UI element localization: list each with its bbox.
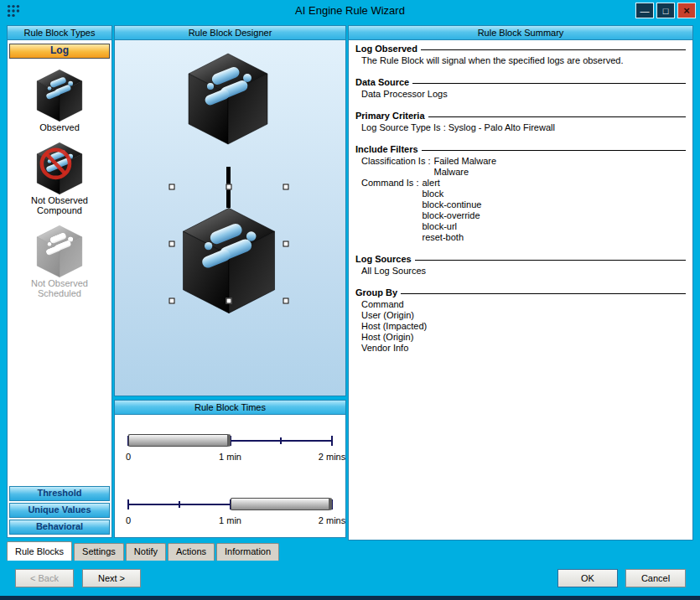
filter-value: block-url	[422, 221, 481, 232]
filter-value: reset-both	[422, 232, 481, 243]
tick-label: 2 mins	[319, 452, 345, 462]
time-slider-1: 0 1 min 2 mins	[128, 428, 332, 465]
summary-section-data-source: Data Source Data Processor Logs	[355, 77, 686, 100]
rule-block-summary-panel: Rule Block Summary Log Observed The Rule…	[348, 25, 693, 541]
section-title: Log Sources	[355, 254, 412, 264]
not-observed-compound-icon	[35, 142, 84, 195]
window-bottom-edge	[0, 596, 700, 600]
tick-mark	[127, 499, 129, 509]
group-by-value: Host (Origin)	[355, 332, 686, 343]
tab-settings[interactable]: Settings	[74, 543, 124, 561]
summary-section-log-sources: Log Sources All Log Sources	[355, 254, 686, 277]
rule-block-types-header: Rule Block Types	[8, 26, 111, 40]
slider-range-bar[interactable]	[231, 498, 333, 510]
tab-information[interactable]: Information	[216, 543, 279, 561]
selection-handle[interactable]	[169, 241, 175, 247]
ok-button[interactable]: OK	[557, 569, 618, 587]
tick-mark	[179, 501, 180, 508]
section-text: Data Processor Logs	[355, 89, 686, 100]
rule-block-times-header: Rule Block Times	[115, 401, 345, 415]
summary-section-group-by: Group By Command User (Origin) Host (Imp…	[355, 287, 686, 354]
tick-mark	[280, 437, 282, 444]
rule-type-label: Scheduled	[8, 288, 111, 298]
tab-actions[interactable]: Actions	[168, 543, 215, 561]
next-button[interactable]: Next >	[82, 569, 141, 587]
filter-value: block	[422, 189, 481, 199]
rule-type-label: Not Observed	[8, 195, 111, 205]
rule-block-times-panel: Rule Block Times 0 1 min 2 mins 0 1 min …	[114, 400, 346, 538]
observed-cube-icon	[35, 69, 84, 122]
section-title: Primary Criteria	[355, 111, 425, 121]
selection-handle[interactable]	[226, 298, 232, 304]
filter-value: block-continue	[422, 199, 481, 210]
rule-type-not-observed-scheduled[interactable]: Not Observed Scheduled	[8, 225, 111, 298]
designer-canvas[interactable]	[115, 40, 345, 396]
selection-handle[interactable]	[283, 241, 289, 247]
summary-section-primary-criteria: Primary Criteria Log Source Type Is : Sy…	[355, 111, 686, 133]
summary-section-include-filters: Include Filters Classification Is : Fail…	[355, 144, 686, 243]
filter-value: block-override	[422, 210, 481, 221]
tick-label: 1 min	[219, 515, 241, 525]
rule-block-types-panel: Rule Block Types Log Observed Not Observ…	[7, 25, 112, 538]
section-divider	[421, 49, 686, 50]
ai-engine-rule-wizard-window: AI Engine Rule Wizard — □ × Rule Block T…	[0, 0, 700, 600]
section-divider	[422, 150, 686, 151]
rule-type-label: Observed	[8, 122, 111, 132]
tick-label: 1 min	[219, 452, 241, 462]
filter-value: Malware	[434, 167, 497, 178]
section-text: The Rule Block will signal when the spec…	[355, 55, 686, 66]
rule-type-observed[interactable]: Observed	[8, 69, 111, 132]
time-slider-2: 0 1 min 2 mins	[128, 492, 332, 529]
group-by-value: Command	[355, 299, 686, 310]
rule-block-designer-panel: Rule Block Designer	[114, 25, 346, 396]
cancel-button[interactable]: Cancel	[625, 569, 686, 587]
unique-values-button[interactable]: Unique Values	[9, 503, 110, 518]
tick-label: 2 mins	[319, 515, 345, 525]
selection-handle[interactable]	[226, 184, 232, 190]
back-button[interactable]: < Back	[15, 569, 74, 587]
rule-type-label: Compound	[8, 205, 111, 215]
tab-bar: Rule Blocks Settings Notify Actions Info…	[7, 541, 281, 561]
filter-value: alert	[422, 178, 481, 189]
section-title: Log Observed	[355, 44, 417, 54]
tab-notify[interactable]: Notify	[126, 543, 166, 561]
section-divider	[412, 83, 686, 84]
group-by-value: Vendor Info	[355, 343, 686, 354]
log-type-button[interactable]: Log	[9, 44, 110, 59]
section-divider	[428, 116, 686, 117]
section-text: Log Source Type Is : Syslog - Palo Alto …	[355, 122, 686, 133]
tick-mark	[331, 436, 333, 446]
minimize-button[interactable]: —	[635, 3, 654, 18]
window-title: AI Engine Rule Wizard	[0, 4, 700, 17]
section-divider	[401, 293, 686, 294]
summary-section-log-observed: Log Observed The Rule Block will signal …	[355, 44, 686, 66]
filter-value: Failed Malware	[434, 156, 497, 167]
selection-handle[interactable]	[169, 184, 175, 190]
filter-label: Command Is :	[361, 178, 418, 243]
slider-range-bar[interactable]	[128, 434, 231, 447]
tick-label: 0	[126, 515, 131, 525]
selection-handle[interactable]	[283, 298, 289, 304]
selection-handle[interactable]	[283, 184, 289, 190]
not-observed-scheduled-icon	[35, 225, 84, 278]
tab-rule-blocks[interactable]: Rule Blocks	[7, 541, 72, 561]
rule-block-cube-top[interactable]	[186, 52, 270, 146]
group-by-value: Host (Impacted)	[355, 321, 686, 332]
section-title: Group By	[355, 287, 397, 297]
selection-handle[interactable]	[169, 298, 175, 304]
titlebar: AI Engine Rule Wizard — □ ×	[0, 0, 700, 22]
rule-type-not-observed-compound[interactable]: Not Observed Compound	[8, 142, 111, 215]
group-by-value: User (Origin)	[355, 310, 686, 321]
close-button[interactable]: ×	[677, 3, 696, 18]
threshold-button[interactable]: Threshold	[9, 486, 110, 501]
rule-type-label: Not Observed	[8, 278, 111, 288]
tick-label: 0	[126, 452, 131, 462]
filter-label: Classification Is :	[361, 156, 431, 178]
rule-block-designer-header: Rule Block Designer	[115, 26, 345, 40]
behavioral-button[interactable]: Behavioral	[9, 520, 110, 535]
section-title: Data Source	[355, 77, 409, 87]
section-text: All Log Sources	[355, 266, 686, 277]
section-title: Include Filters	[355, 144, 418, 154]
selection-box	[172, 187, 286, 301]
maximize-button[interactable]: □	[656, 3, 675, 18]
